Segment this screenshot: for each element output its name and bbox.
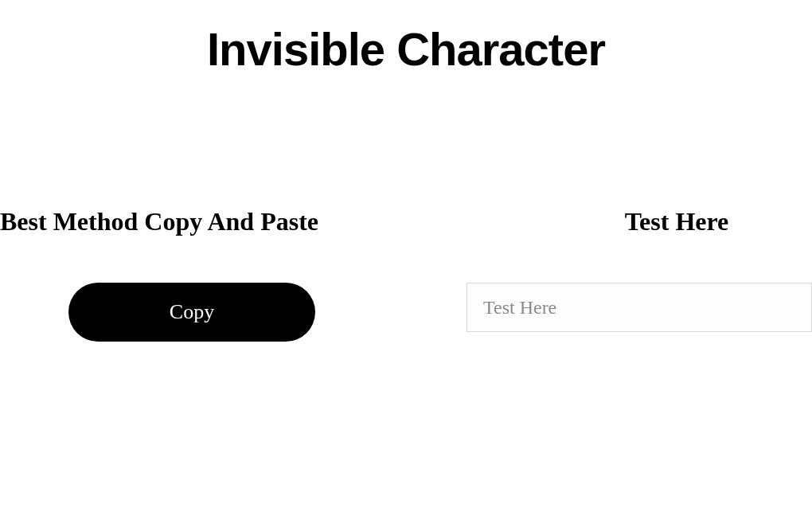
test-section: Test Here — [414, 207, 812, 342]
copy-section-heading: Best Method Copy And Paste — [0, 207, 318, 236]
copy-button[interactable]: Copy — [68, 283, 315, 342]
test-input[interactable] — [467, 283, 812, 332]
main-columns: Best Method Copy And Paste Copy Test Her… — [0, 207, 812, 342]
copy-section: Best Method Copy And Paste Copy — [0, 207, 414, 342]
test-section-heading: Test Here — [625, 207, 729, 236]
copy-button-label: Copy — [170, 300, 214, 324]
page-title: Invisible Character — [0, 22, 812, 76]
